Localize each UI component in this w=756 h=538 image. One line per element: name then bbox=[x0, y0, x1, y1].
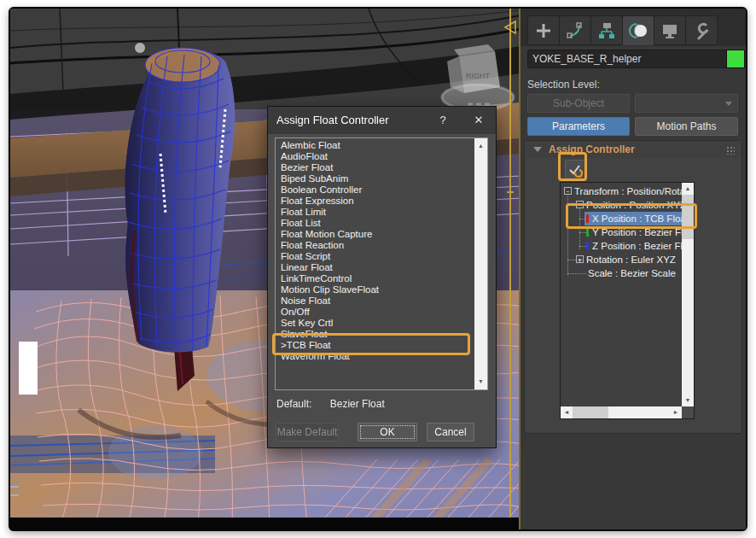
collapse-minus-icon[interactable]: - bbox=[576, 201, 584, 208]
list-item[interactable]: Float List bbox=[281, 218, 487, 229]
rollout-collapse-icon bbox=[533, 147, 542, 152]
app-window: RIGHT bbox=[9, 7, 747, 531]
list-item[interactable]: Waveform Float bbox=[281, 351, 487, 362]
tree-item-y-position[interactable]: Y Position : Bezier Fl bbox=[561, 225, 682, 239]
scrollbar-thumb[interactable] bbox=[573, 406, 608, 418]
list-item[interactable]: AudioFloat bbox=[281, 151, 487, 162]
chevron-down-icon bbox=[725, 102, 732, 106]
make-default-button[interactable]: Make Default bbox=[276, 423, 339, 442]
list-item[interactable]: Biped SubAnim bbox=[281, 173, 487, 184]
list-item[interactable]: Set Key Crtl bbox=[281, 318, 487, 329]
tree-item-rotation[interactable]: + Rotation : Euler XYZ bbox=[561, 253, 682, 266]
tab-hierarchy[interactable] bbox=[590, 15, 623, 45]
rollout-header[interactable]: Assign Controller bbox=[525, 141, 741, 158]
list-item[interactable]: LinkTimeControl bbox=[281, 273, 487, 284]
scroll-down-icon[interactable]: ▼ bbox=[474, 376, 487, 388]
tree-vertical-scrollbar[interactable]: ▲ ▼ bbox=[682, 183, 694, 406]
assign-controller-icon bbox=[567, 162, 583, 178]
y-axis-tick-icon bbox=[586, 228, 589, 237]
sub-object-button[interactable]: Sub-Object bbox=[527, 94, 630, 113]
utilities-icon bbox=[692, 21, 711, 40]
list-item[interactable]: Float Script bbox=[281, 251, 487, 262]
list-vertical-scrollbar[interactable]: ▲ ▼ bbox=[474, 138, 487, 389]
default-label: Default: bbox=[276, 398, 311, 410]
tab-motion[interactable] bbox=[622, 15, 654, 45]
cancel-button[interactable]: Cancel bbox=[427, 423, 474, 442]
viewcube-face-label: RIGHT bbox=[466, 72, 491, 80]
controller-list: Alembic Float AudioFloat Bezier Float Bi… bbox=[276, 138, 487, 362]
list-item[interactable]: On/Off bbox=[281, 307, 487, 318]
list-item[interactable]: SlaveFloat bbox=[281, 329, 487, 340]
modify-icon bbox=[566, 21, 584, 40]
dialog-title: Assign Float Controller bbox=[276, 114, 389, 126]
rollout-title: Assign Controller bbox=[549, 143, 635, 155]
help-button[interactable]: ? bbox=[426, 107, 460, 134]
list-item[interactable]: Float Limit bbox=[281, 207, 487, 218]
scroll-down-icon[interactable]: ▼ bbox=[682, 395, 694, 406]
list-item[interactable]: Boolean Controller bbox=[281, 184, 487, 196]
tree-item-x-position[interactable]: X Position : TCB Floa bbox=[561, 212, 682, 225]
list-item[interactable]: Linear Float bbox=[281, 262, 487, 273]
scroll-up-icon[interactable]: ▲ bbox=[682, 183, 694, 195]
tab-modify[interactable] bbox=[559, 15, 591, 45]
screenshot-root: RIGHT bbox=[0, 0, 756, 538]
list-item[interactable]: Float Motion Capture bbox=[281, 229, 487, 240]
ok-button[interactable]: OK bbox=[358, 423, 417, 442]
scroll-right-icon[interactable]: ► bbox=[670, 406, 682, 418]
selection-level-label: Selection Level: bbox=[527, 79, 600, 91]
rollout-grip-icon bbox=[726, 146, 735, 155]
assign-controller-button[interactable] bbox=[565, 160, 585, 180]
tab-create[interactable] bbox=[527, 15, 560, 45]
object-name-field[interactable] bbox=[527, 50, 729, 68]
motion-icon bbox=[628, 21, 648, 40]
create-icon bbox=[534, 21, 553, 40]
scrollbar-corner bbox=[682, 406, 694, 418]
collapse-minus-icon[interactable]: - bbox=[564, 187, 572, 195]
x-axis-tick-icon bbox=[586, 214, 589, 223]
tree-horizontal-scrollbar[interactable]: ◄ ► bbox=[561, 406, 682, 418]
tree-item-position[interactable]: - Position : Position XYZ bbox=[561, 198, 682, 212]
scroll-up-icon[interactable]: ▲ bbox=[474, 140, 487, 152]
list-item[interactable]: Alembic Float bbox=[281, 140, 487, 151]
dialog-titlebar[interactable]: Assign Float Controller ? ✕ bbox=[268, 107, 496, 134]
scroll-left-icon[interactable]: ◄ bbox=[561, 406, 573, 418]
default-row: Default: Bezier Float bbox=[276, 398, 385, 410]
tree-item-scale[interactable]: Scale : Bezier Scale bbox=[561, 266, 682, 280]
list-item[interactable]: Noise Float bbox=[281, 295, 487, 307]
display-icon bbox=[660, 21, 679, 40]
sub-object-level-dropdown[interactable] bbox=[635, 94, 738, 113]
close-icon[interactable]: ✕ bbox=[462, 107, 496, 134]
object-color-swatch[interactable] bbox=[726, 50, 745, 68]
command-panel: Selection Level: Sub-Object Parameters M… bbox=[520, 9, 746, 529]
tree-item-z-position[interactable]: Z Position : Bezier Flo bbox=[561, 239, 682, 253]
assign-controller-rollout: Assign Controller - Transform : Position… bbox=[524, 140, 742, 434]
tab-utilities[interactable] bbox=[685, 15, 718, 45]
list-item-selected[interactable]: >TCB Float bbox=[281, 340, 487, 351]
controller-tree[interactable]: - Transform : Position/Rota - Position :… bbox=[560, 182, 695, 419]
tab-display[interactable] bbox=[654, 15, 686, 45]
parameters-button[interactable]: Parameters bbox=[527, 117, 630, 136]
tree-item-transform[interactable]: - Transform : Position/Rota bbox=[561, 184, 682, 198]
command-panel-tabbar bbox=[520, 9, 746, 46]
assign-float-controller-dialog: Assign Float Controller ? ✕ Alembic Floa… bbox=[267, 106, 497, 448]
expand-plus-icon[interactable]: + bbox=[576, 255, 584, 263]
list-item[interactable]: Motion Clip SlaveFloat bbox=[281, 284, 487, 295]
z-axis-tick-icon bbox=[586, 242, 589, 250]
list-item[interactable]: Float Reaction bbox=[281, 240, 487, 251]
list-item[interactable]: Bezier Float bbox=[281, 162, 487, 173]
hierarchy-icon bbox=[597, 21, 616, 40]
controller-listbox[interactable]: Alembic Float AudioFloat Bezier Float Bi… bbox=[275, 137, 488, 390]
scrollbar-thumb[interactable] bbox=[682, 195, 694, 239]
default-value: Bezier Float bbox=[330, 398, 385, 410]
motion-paths-button[interactable]: Motion Paths bbox=[635, 117, 738, 136]
list-item[interactable]: Float Expression bbox=[281, 196, 487, 207]
